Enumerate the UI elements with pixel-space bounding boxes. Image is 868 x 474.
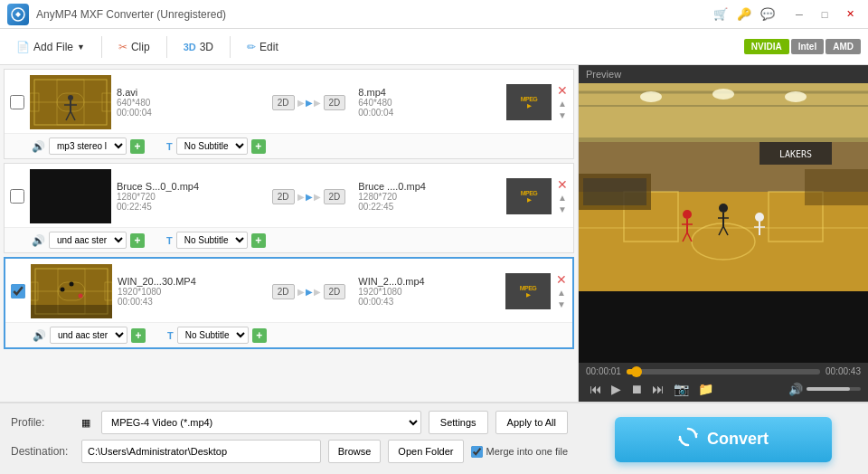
audio-select-3[interactable]: und aac ster bbox=[50, 327, 127, 344]
subtitle-select-3[interactable]: No Subtitle bbox=[177, 327, 249, 344]
dest-label: Destination: bbox=[11, 445, 74, 458]
file-name-2: Bruce S...0_0.mp4 bbox=[117, 181, 259, 192]
remove-btn-1[interactable]: ✕ bbox=[557, 84, 568, 97]
edit-button[interactable]: ✏ Edit bbox=[238, 37, 288, 57]
output-res-1: 640*480 bbox=[358, 98, 501, 108]
move-down-3[interactable]: ▼ bbox=[557, 299, 566, 309]
file-row-3: WIN_20...30.MP4 1920*1080 00:00:43 2D ▶ … bbox=[5, 259, 572, 322]
remove-btn-3[interactable]: ✕ bbox=[556, 273, 567, 286]
nvidia-button[interactable]: NVIDIA bbox=[744, 39, 789, 54]
codec-btn-1[interactable]: MPEG ▶ bbox=[506, 84, 552, 120]
arr1-2: ▶ bbox=[297, 192, 305, 202]
subtitle-add-btn-3[interactable]: + bbox=[252, 328, 267, 343]
output-info-3: WIN_2...0.mp4 1920*1080 00:00:43 bbox=[358, 276, 500, 307]
app-title: AnyMP4 MXF Converter (Unregistered) bbox=[36, 8, 711, 21]
3d-button[interactable]: 3D 3D bbox=[175, 37, 222, 57]
file-thumb-3 bbox=[31, 264, 112, 318]
output-dur-3: 00:00:43 bbox=[358, 297, 500, 307]
audio-add-btn-2[interactable]: + bbox=[130, 233, 145, 248]
dest-row: Destination: Browse Open Folder Merge in… bbox=[11, 440, 568, 463]
subtitle-add-btn-2[interactable]: + bbox=[251, 233, 266, 248]
move-up-3[interactable]: ▲ bbox=[557, 288, 566, 298]
chat-icon[interactable]: 💬 bbox=[758, 5, 778, 24]
intel-button[interactable]: Intel bbox=[791, 39, 825, 54]
folder-button[interactable]: 📁 bbox=[694, 380, 717, 398]
browse-button[interactable]: Browse bbox=[328, 440, 382, 463]
audio-add-btn-1[interactable]: + bbox=[130, 139, 145, 154]
audio-selector-2: 🔊 und aac ster + bbox=[32, 232, 145, 249]
timeline-thumb bbox=[631, 366, 642, 377]
subtitle-select-2[interactable]: No Subtitle bbox=[176, 232, 248, 249]
merge-checkbox[interactable] bbox=[471, 446, 483, 458]
output-name-1: 8.mp4 bbox=[358, 87, 501, 98]
audio-add-btn-3[interactable]: + bbox=[131, 328, 146, 343]
skip-forward-button[interactable]: ⏭ bbox=[648, 380, 668, 398]
file-checkbox-3[interactable] bbox=[11, 284, 25, 299]
dim-in-1: 2D bbox=[272, 95, 295, 110]
codec-sub-3: ▶ bbox=[526, 291, 531, 298]
preview-controls: 00:00:01 00:00:43 ⏮ ▶ ⏹ ⏭ 📷 📁 🔊 bbox=[579, 363, 868, 402]
file-checkbox-1[interactable] bbox=[10, 95, 24, 109]
dest-input[interactable] bbox=[81, 440, 321, 463]
separator-3 bbox=[230, 36, 231, 58]
remove-btn-2[interactable]: ✕ bbox=[557, 178, 568, 191]
file-info-3: WIN_20...30.MP4 1920*1080 00:00:43 bbox=[118, 276, 259, 307]
clip-button[interactable]: ✂ Clip bbox=[109, 37, 159, 57]
add-file-icon: 📄 bbox=[16, 41, 30, 53]
amd-button[interactable]: AMD bbox=[826, 39, 861, 54]
item-actions-2: ✕ ▲ ▼ bbox=[557, 178, 568, 214]
file-checkbox-2[interactable] bbox=[10, 189, 24, 204]
file-list: 8.avi 640*480 00:00:04 2D ▶ ▶ ▶ 2D 8.mp4… bbox=[0, 65, 579, 402]
audio-select-2[interactable]: und aac ster bbox=[49, 232, 127, 249]
app-logo bbox=[7, 4, 29, 25]
screenshot-button[interactable]: 📷 bbox=[670, 380, 693, 398]
output-res-2: 1280*720 bbox=[358, 192, 501, 202]
subtitle-add-btn-1[interactable]: + bbox=[251, 139, 266, 154]
open-folder-button[interactable]: Open Folder bbox=[388, 440, 463, 463]
audio-select-1[interactable]: mp3 stereo l bbox=[49, 137, 127, 155]
titlebar-icon-group: 🛒 🔑 💬 bbox=[711, 5, 778, 24]
svg-rect-48 bbox=[805, 169, 868, 205]
file-sub-2: 🔊 und aac ster + T No Subtitle + bbox=[5, 227, 573, 252]
toolbar: 📄 Add File ▼ ✂ Clip 3D 3D ✏ Edit NVIDIA … bbox=[0, 29, 868, 65]
codec-btn-2[interactable]: MPEG ▶ bbox=[506, 178, 552, 214]
play-button[interactable]: ▶ bbox=[608, 380, 625, 398]
svg-point-35 bbox=[683, 210, 692, 219]
move-up-2[interactable]: ▲ bbox=[558, 193, 567, 203]
move-up-1[interactable]: ▲ bbox=[558, 99, 567, 109]
svg-rect-27 bbox=[579, 137, 868, 142]
maximize-button[interactable]: □ bbox=[814, 6, 835, 23]
volume-track[interactable] bbox=[807, 387, 861, 391]
convert-label: Convert bbox=[707, 430, 769, 449]
merge-label[interactable]: Merge into one file bbox=[471, 446, 569, 458]
output-info-2: Bruce ....0.mp4 1280*720 00:22:45 bbox=[358, 181, 501, 212]
file-item-2: Bruce S...0_0.mp4 1280*720 00:22:45 2D ▶… bbox=[4, 163, 574, 253]
move-down-2[interactable]: ▼ bbox=[558, 204, 567, 214]
add-file-button[interactable]: 📄 Add File ▼ bbox=[7, 37, 94, 57]
cart-icon[interactable]: 🛒 bbox=[711, 5, 731, 24]
arrows-2: ▶ ▶ ▶ bbox=[297, 192, 321, 202]
subtitle-icon-2: T bbox=[166, 235, 173, 246]
svg-point-51 bbox=[640, 91, 662, 102]
subtitle-select-1[interactable]: No Subtitle bbox=[176, 137, 248, 155]
key-icon[interactable]: 🔑 bbox=[734, 5, 754, 24]
settings-button[interactable]: Settings bbox=[429, 411, 488, 434]
dim-out-1: 2D bbox=[324, 95, 346, 110]
dim-in-3: 2D bbox=[272, 284, 295, 299]
codec-btn-3[interactable]: MPEG ▶ bbox=[505, 273, 551, 309]
apply-to-all-button[interactable]: Apply to All bbox=[495, 411, 568, 434]
timeline-track[interactable] bbox=[627, 369, 820, 374]
skip-back-button[interactable]: ⏮ bbox=[586, 380, 606, 398]
convert-button[interactable]: Convert bbox=[615, 417, 832, 462]
gpu-buttons: NVIDIA Intel AMD bbox=[744, 39, 861, 54]
svg-rect-13 bbox=[30, 169, 111, 223]
move-down-1[interactable]: ▼ bbox=[558, 110, 567, 120]
minimize-button[interactable]: ─ bbox=[788, 6, 810, 23]
close-button[interactable]: ✕ bbox=[839, 6, 861, 23]
3d-icon: 3D bbox=[184, 42, 196, 52]
stop-button[interactable]: ⏹ bbox=[627, 380, 646, 398]
separator-2 bbox=[166, 36, 167, 58]
audio-icon-2: 🔊 bbox=[32, 234, 45, 247]
file-sub-3: 🔊 und aac ster + T No Subtitle + bbox=[5, 322, 572, 347]
profile-select[interactable]: MPEG-4 Video (*.mp4) bbox=[101, 411, 421, 434]
